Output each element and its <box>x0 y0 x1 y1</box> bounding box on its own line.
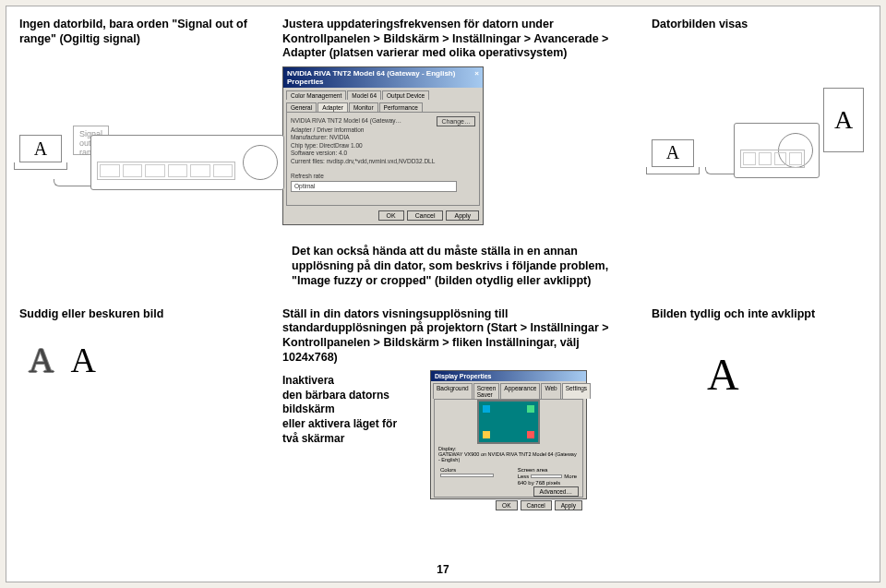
display-value: GATEWAY VX900 on NVIDIA RIVA TNT2 Model … <box>438 451 577 462</box>
less-label: Less <box>518 474 530 479</box>
ok-button[interactable]: OK <box>378 210 404 221</box>
diagram-no-signal: A Signal out of range <box>19 63 264 174</box>
tab-web[interactable]: Web <box>541 383 560 399</box>
tab-monitor[interactable]: Monitor <box>349 102 378 112</box>
refresh-rate-select[interactable]: Optimal <box>291 181 457 192</box>
screen-area-label: Screen area <box>518 467 577 473</box>
tab-model64[interactable]: Model 64 <box>347 90 381 100</box>
advanced-button[interactable]: Advanced… <box>533 486 579 497</box>
laptop-icon: A <box>652 139 705 178</box>
tab-general[interactable]: General <box>286 102 317 112</box>
cancel-button[interactable]: Cancel <box>521 500 552 510</box>
problem-heading-no-image: Ingen datorbild, bara orden "Signal out … <box>19 18 264 46</box>
clear-letter-result: A <box>707 350 739 399</box>
screen-letter: A <box>666 142 679 163</box>
screen-letter: A <box>34 138 47 160</box>
result-heading-image-shown: Datorbilden visas <box>652 18 864 32</box>
note-resolution-text: Det kan också hända att du måste ställa … <box>282 240 633 293</box>
apply-button[interactable]: Apply <box>446 210 479 221</box>
change-button[interactable]: Change… <box>437 116 475 126</box>
info-line: Current files: nvdisp.drv,*vdd,nvmini.vx… <box>291 158 475 165</box>
resolution-value: 640 by 768 pixels <box>518 480 577 486</box>
tab-settings[interactable]: Settings <box>562 383 592 399</box>
close-icon[interactable]: × <box>474 69 479 86</box>
adapter-name: NVIDIA RIVA TNT2 Model 64 (Gateway… <box>291 117 401 125</box>
more-label: More <box>564 474 577 479</box>
dialog-title: Display Properties <box>431 371 586 381</box>
ok-button[interactable]: OK <box>496 500 517 510</box>
dialog-title: NVIDIA RIVA TNT2 Model 64 (Gateway - Eng… <box>287 69 474 86</box>
tab-screensaver[interactable]: Screen Saver <box>473 383 500 399</box>
projected-screen: A <box>823 88 864 152</box>
note-deactivate-screen: Inaktivera den bärbara datorns bildskärm… <box>282 374 412 446</box>
tab-background[interactable]: Background <box>433 383 473 399</box>
info-line: Adapter / Driver information <box>291 126 475 134</box>
solution-heading-refresh-rate: Justera uppdateringsfrekvensen för dator… <box>282 18 633 61</box>
tab-performance[interactable]: Performance <box>379 102 423 112</box>
fuzzy-samples: A A <box>29 340 264 380</box>
diagram-image-shown: A A <box>652 77 864 178</box>
tab-color-management[interactable]: Color Management <box>286 90 346 100</box>
page-number: 17 <box>437 563 449 576</box>
tab-appearance[interactable]: Appearance <box>500 383 540 399</box>
clear-letter-sample: A <box>70 340 95 380</box>
adapter-properties-dialog: NVIDIA RIVA TNT2 Model 64 (Gateway - Eng… <box>282 66 484 225</box>
info-line: Manufacturer: NVIDIA <box>291 134 475 141</box>
problem-heading-fuzzy: Suddig eller beskuren bild <box>19 307 264 322</box>
tab-adapter[interactable]: Adapter <box>317 102 348 112</box>
info-line: Chip type: DirectDraw 1.00 <box>291 142 475 150</box>
apply-button[interactable]: Apply <box>555 500 582 510</box>
display-properties-dialog: Display Properties Background Screen Sav… <box>430 370 587 499</box>
colors-select[interactable] <box>440 474 494 477</box>
info-line: Software version: 4.0 <box>291 150 475 157</box>
refresh-rate-label: Refresh rate <box>291 173 475 180</box>
cancel-button[interactable]: Cancel <box>407 210 444 221</box>
tab-output-device[interactable]: Output Device <box>382 90 429 100</box>
solution-heading-resolution: Ställ in din dators visningsupplösning t… <box>282 307 633 366</box>
projector-icon <box>90 135 284 190</box>
monitor-preview-icon <box>477 400 540 444</box>
resolution-slider[interactable] <box>531 474 562 478</box>
fuzzy-letter-sample: A <box>29 340 54 380</box>
colors-label: Colors <box>440 467 494 473</box>
projector-icon <box>734 123 820 178</box>
result-heading-clear: Bilden tydlig och inte avklippt <box>652 307 864 322</box>
